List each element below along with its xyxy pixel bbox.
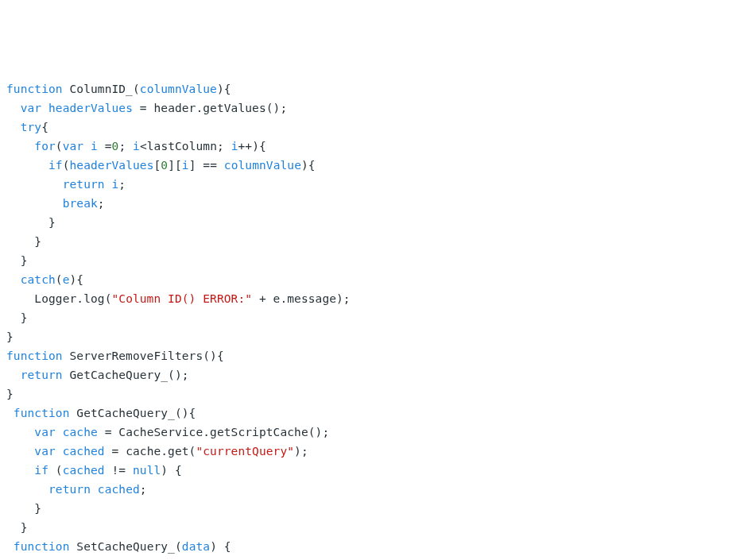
keyword-function: function (6, 83, 63, 95)
function-name: ColumnID_ (69, 83, 132, 95)
error-string: "Column ID() ERROR:" (111, 292, 252, 305)
function-name: GetCacheQuery_ (76, 407, 175, 419)
param-columnValue: columnValue (140, 83, 217, 95)
function-name: ServerRemoveFilters (69, 350, 203, 362)
function-name: SetCacheQuery_ (76, 540, 175, 553)
code-block: function ColumnID_(columnValue){ var hea… (6, 79, 742, 560)
